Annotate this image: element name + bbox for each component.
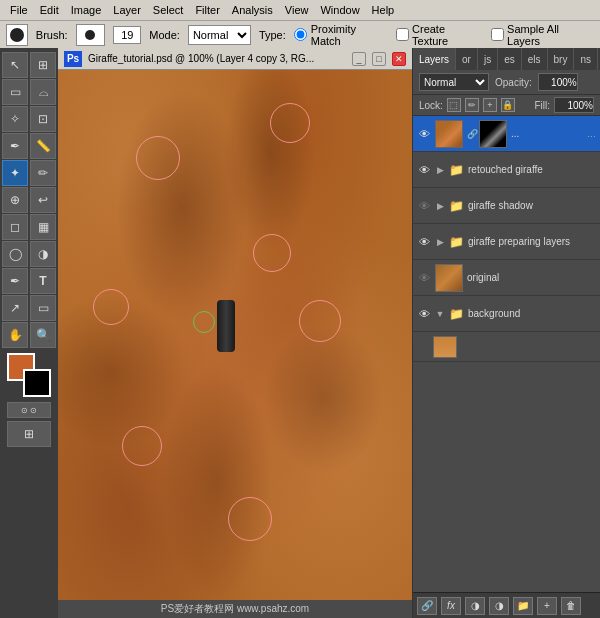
create-texture-group: Create Texture: [396, 23, 483, 47]
shape-tool[interactable]: ▭: [30, 295, 56, 321]
layer-item-5[interactable]: 👁 original: [413, 260, 600, 296]
add-mask-btn[interactable]: ◑: [465, 597, 485, 615]
layer-options-1[interactable]: …: [587, 129, 596, 139]
eye-icon-4[interactable]: 👁: [417, 235, 431, 249]
blur-tool[interactable]: ◯: [2, 241, 28, 267]
proximity-match-radio[interactable]: [294, 28, 307, 41]
brush-tool[interactable]: ✏: [30, 160, 56, 186]
expand-2[interactable]: ▶: [435, 165, 445, 175]
zoom-tool[interactable]: 🔍: [30, 322, 56, 348]
dodge-tool[interactable]: ◑: [30, 241, 56, 267]
options-bar: Brush: Mode: NormalReplaceMultiply Type:…: [0, 20, 600, 48]
bg-thumbnail: [434, 337, 456, 357]
fx-btn[interactable]: fx: [441, 597, 461, 615]
tab-js[interactable]: js: [478, 48, 498, 70]
canvas-image: PS爱好者教程网 www.psahz.com: [58, 70, 412, 618]
menu-analysis[interactable]: Analysis: [226, 4, 279, 16]
fill-input[interactable]: [554, 97, 594, 113]
menu-window[interactable]: Window: [314, 4, 365, 16]
link-layers-btn[interactable]: 🔗: [417, 597, 437, 615]
new-group-btn[interactable]: 📁: [513, 597, 533, 615]
layer-item-6[interactable]: 👁 ▼ 📁 background: [413, 296, 600, 332]
maximize-button[interactable]: □: [372, 52, 386, 66]
tab-es[interactable]: es: [498, 48, 522, 70]
layers-list[interactable]: 👁 🔗 ... … 👁 ▶ 📁 retouched giraffe: [413, 116, 600, 592]
menu-view[interactable]: View: [279, 4, 315, 16]
menu-filter[interactable]: Filter: [189, 4, 225, 16]
lock-all-btn[interactable]: 🔒: [501, 98, 515, 112]
menu-file[interactable]: File: [4, 4, 34, 16]
adjustment-btn[interactable]: ◑: [489, 597, 509, 615]
eye-icon-5[interactable]: 👁: [417, 271, 431, 285]
minimize-button[interactable]: _: [352, 52, 366, 66]
move-tool[interactable]: ↖: [2, 52, 28, 78]
ruler-tool[interactable]: 📏: [30, 133, 56, 159]
opacity-input[interactable]: [538, 73, 578, 91]
tab-bry[interactable]: bry: [548, 48, 575, 70]
blend-mode-layers[interactable]: NormalMultiplyScreen: [419, 73, 489, 91]
eye-icon-6[interactable]: 👁: [417, 307, 431, 321]
new-layer-btn[interactable]: +: [537, 597, 557, 615]
close-button[interactable]: ✕: [392, 52, 406, 66]
expand-4[interactable]: ▶: [435, 237, 445, 247]
eye-icon-2[interactable]: 👁: [417, 163, 431, 177]
folder-icon-2: 📁: [449, 163, 464, 177]
tab-or[interactable]: or: [456, 48, 478, 70]
hand-tool[interactable]: ✋: [2, 322, 28, 348]
delete-layer-btn[interactable]: 🗑: [561, 597, 581, 615]
quick-select-tool[interactable]: ✧: [2, 106, 28, 132]
expand-6[interactable]: ▼: [435, 309, 445, 319]
menu-layer[interactable]: Layer: [107, 4, 147, 16]
lock-position-btn[interactable]: +: [483, 98, 497, 112]
menu-edit[interactable]: Edit: [34, 4, 65, 16]
layer-item-4[interactable]: 👁 ▶ 📁 giraffe preparing layers: [413, 224, 600, 260]
brush-size-preview[interactable]: [76, 24, 106, 46]
tab-layers[interactable]: Layers: [413, 48, 456, 70]
artboard-tool[interactable]: ⊞: [30, 52, 56, 78]
lock-pixels-btn[interactable]: ✏: [465, 98, 479, 112]
blend-mode-select[interactable]: NormalReplaceMultiply: [188, 25, 251, 45]
healing-circle-7: [228, 497, 272, 541]
menu-help[interactable]: Help: [366, 4, 401, 16]
eyedropper-tool[interactable]: ✒: [2, 133, 28, 159]
canvas-area[interactable]: Ps Giraffe_tutorial.psd @ 100% (Layer 4 …: [58, 48, 412, 618]
sample-all-label: Sample All Layers: [507, 23, 594, 47]
brush-picker[interactable]: [6, 24, 28, 46]
lock-transparency-btn[interactable]: ⬚: [447, 98, 461, 112]
panel-tabs: Layers or js es els bry ns: [413, 48, 600, 70]
menu-select[interactable]: Select: [147, 4, 190, 16]
sample-all-checkbox[interactable]: [491, 28, 504, 41]
marquee-tool[interactable]: ▭: [2, 79, 28, 105]
healing-brush-tool[interactable]: ✦: [2, 160, 28, 186]
eye-icon-1[interactable]: 👁: [417, 127, 431, 141]
background-color[interactable]: [23, 369, 51, 397]
mode-icons: ⊙ ⊙: [7, 402, 51, 418]
screen-mode-btn[interactable]: ⊞: [7, 421, 51, 447]
document-canvas[interactable]: PS爱好者教程网 www.psahz.com: [58, 70, 412, 618]
eye-icon-3[interactable]: 👁: [417, 199, 431, 213]
menu-image[interactable]: Image: [65, 4, 108, 16]
tool-pair-1: ↖ ⊞: [2, 52, 56, 78]
type-radio-group: Proximity Match: [294, 23, 388, 47]
layer-item-6-sub[interactable]: [413, 332, 600, 362]
crop-tool[interactable]: ⊡: [30, 106, 56, 132]
type-tool[interactable]: T: [30, 268, 56, 294]
layer-item-1[interactable]: 👁 🔗 ... …: [413, 116, 600, 152]
history-brush-tool[interactable]: ↩: [30, 187, 56, 213]
brush-size-input[interactable]: [113, 26, 141, 44]
gradient-tool[interactable]: ▦: [30, 214, 56, 240]
tab-ns[interactable]: ns: [574, 48, 598, 70]
clone-stamp-tool[interactable]: ⊕: [2, 187, 28, 213]
layer-item-3[interactable]: 👁 ▶ 📁 giraffe shadow: [413, 188, 600, 224]
layer-name-2: retouched giraffe: [468, 164, 596, 175]
tab-els[interactable]: els: [522, 48, 548, 70]
layer-item-2[interactable]: 👁 ▶ 📁 retouched giraffe: [413, 152, 600, 188]
eraser-tool[interactable]: ◻: [2, 214, 28, 240]
quick-mask-btn[interactable]: ⊙ ⊙: [7, 402, 51, 418]
lasso-tool[interactable]: ⌓: [30, 79, 56, 105]
pen-tool[interactable]: ✒: [2, 268, 28, 294]
layers-blend-row: NormalMultiplyScreen Opacity:: [413, 70, 600, 95]
expand-3[interactable]: ▶: [435, 201, 445, 211]
path-select-tool[interactable]: ↗: [2, 295, 28, 321]
create-texture-checkbox[interactable]: [396, 28, 409, 41]
